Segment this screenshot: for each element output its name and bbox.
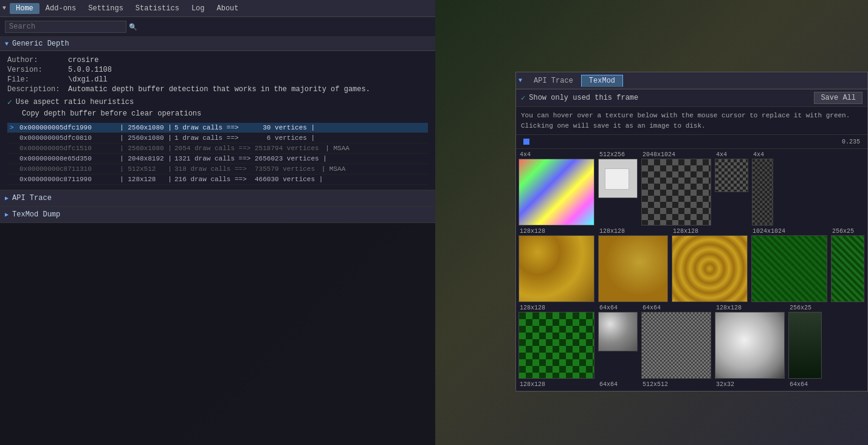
texture-green-noise[interactable] <box>751 235 827 302</box>
show-frame-checkbox-icon: ✓ <box>521 94 525 103</box>
api-trace-arrow-icon: ▶ <box>5 195 9 202</box>
texture-grid: 4x4 512x256 2048x1024 4x4 4x4 <box>516 149 867 391</box>
texture-white[interactable] <box>598 159 638 198</box>
texture-moon[interactable] <box>715 312 785 379</box>
draw-addr-3: 0x000000008e65d350 <box>19 155 120 162</box>
draw-info-2: 2054 draw calls ==> 2518794 vertices | M… <box>174 145 425 152</box>
texture-small-check[interactable] <box>715 159 748 192</box>
menu-item-settings[interactable]: Settings <box>82 3 129 14</box>
tex-label-r3c4: 128x128 <box>716 305 790 311</box>
tab-texmod[interactable]: TexMod <box>581 75 623 87</box>
tex-label-r2c2: 128x128 <box>599 228 673 235</box>
draw-info-1: 1 draw calls ==> 6 vertices | <box>174 134 425 142</box>
draw-info-3: 1321 draw calls ==> 2656023 vertices | <box>174 155 425 162</box>
menu-item-statistics[interactable]: Statistics <box>129 3 185 14</box>
draw-addr-2: 0x000000005dfc1510 <box>19 145 120 152</box>
menu-item-addons[interactable]: Add-ons <box>40 3 82 14</box>
draw-res-3: | 2048x8192 | <box>120 155 174 162</box>
tex-label-r2c4: 1024x1024 <box>753 228 832 235</box>
right-panel-tabs: ▼ API Trace TexMod <box>516 72 867 89</box>
tex-moon-thumb <box>715 312 785 379</box>
texture-yellow2[interactable] <box>598 235 668 302</box>
draw-row-1[interactable]: 0x000000005dfc0810 | 2560x1080 | 1 draw … <box>7 133 428 143</box>
show-frame-label: Show only used this frame <box>529 94 814 102</box>
tex-colorful-thumb <box>518 159 594 226</box>
draw-res-5: | 128x128 | <box>120 176 174 183</box>
tex-label-r1c4: 4x4 <box>716 151 753 158</box>
tex-label-r4c4: 32x32 <box>716 381 790 388</box>
tex-partial-right-thumb <box>752 159 773 226</box>
texmod-dump-arrow-icon: ▶ <box>5 211 9 218</box>
texture-partial-right[interactable] <box>752 159 773 226</box>
texture-dark-checker[interactable] <box>641 159 711 226</box>
msaa-badge-4: | MSAA <box>322 165 346 173</box>
description-value: Automatic depth buffer detection that wo… <box>68 85 370 94</box>
info-line2: Clicking one will save it as an image to… <box>521 122 706 129</box>
texture-row-3 <box>518 312 865 379</box>
texture-green-check[interactable] <box>518 312 594 379</box>
texture-colorful[interactable] <box>518 159 594 226</box>
tex-label-r3c5: 256x25 <box>790 305 811 311</box>
checkbox1-icon: ✓ <box>7 97 12 107</box>
texture-row-2 <box>518 235 865 302</box>
draw-calls-table: > 0x000000005dfc1990 | 2560x1080 | 5 dra… <box>7 123 428 185</box>
tex-white-thumb <box>598 159 638 198</box>
tex-yellow2-thumb <box>598 235 668 302</box>
texture-green-noise2[interactable] <box>831 235 864 302</box>
section-title: Generic Depth <box>12 40 69 48</box>
api-trace-title: API Trace <box>12 194 52 202</box>
tex-fine-check-thumb <box>641 312 711 379</box>
draw-info-0: 5 draw calls ==> 30 vertices | <box>174 124 425 131</box>
draw-row-5[interactable]: 0x00000000c8711990 | 128x128 | 216 draw … <box>7 174 428 185</box>
texture-fine-check[interactable] <box>641 312 711 379</box>
author-value: crosire <box>68 56 98 64</box>
tex-label-r2c5: 256x25 <box>832 228 854 235</box>
texture-blur-check[interactable] <box>598 312 638 351</box>
description-label: Description: <box>7 85 68 94</box>
menu-item-log[interactable]: Log <box>185 3 211 14</box>
api-trace-section[interactable]: ▶ API Trace <box>0 190 435 207</box>
selected-arrow-icon: > <box>10 124 19 131</box>
tex-dark-checker-thumb <box>641 159 711 226</box>
texture-row-1 <box>518 159 865 226</box>
draw-addr-0: 0x000000005dfc1990 <box>19 124 120 131</box>
draw-addr-1: 0x000000005dfc0810 <box>19 134 120 142</box>
draw-row-4[interactable]: 0x00000000c8711310 | 512x512 | 318 draw … <box>7 164 428 174</box>
save-all-button[interactable]: Save All <box>814 92 863 104</box>
tex-label-r3c3: 64x64 <box>642 305 716 311</box>
draw-res-4: | 512x512 | <box>120 165 174 173</box>
checkbox1-label: Use aspect ratio heuristics <box>16 98 134 106</box>
texture-dark-side[interactable] <box>788 312 822 379</box>
checkbox2-label: Copy depth buffer before clear operation… <box>22 109 428 118</box>
file-row: File: \dxgi.dll <box>7 75 428 84</box>
version-label: Version: <box>7 66 68 74</box>
draw-row-0[interactable]: > 0x000000005dfc1990 | 2560x1080 | 5 dra… <box>7 123 428 133</box>
menu-dropdown-icon: ▼ <box>2 5 6 12</box>
tex-green-noise2-thumb <box>831 235 864 302</box>
texture-yellow1[interactable] <box>518 235 594 302</box>
search-input[interactable] <box>5 21 126 33</box>
draw-row-3[interactable]: 0x000000008e65d350 | 2048x8192 | 1321 dr… <box>7 154 428 164</box>
tex-label-r4c5: 64x64 <box>790 381 808 388</box>
draw-info-5: 216 draw calls ==> 466030 vertices | <box>174 176 425 183</box>
description-row: Description: Automatic depth buffer dete… <box>7 85 428 94</box>
tex-label-r3c2: 64x64 <box>599 305 642 311</box>
texmod-dump-title: TexMod Dump <box>12 210 60 219</box>
tex-label-r4c3: 512x512 <box>642 381 716 388</box>
tex-label-r2c3: 128x128 <box>673 228 753 235</box>
msaa-badge-2: | MSAA <box>325 145 350 152</box>
tab-api-trace[interactable]: API Trace <box>526 75 581 87</box>
generic-depth-section-header[interactable]: ▼ Generic Depth <box>0 37 435 51</box>
tex-yellow3-thumb <box>672 235 748 302</box>
right-panel-toolbar: ✓ Show only used this frame Save All <box>516 89 867 107</box>
menu-item-about[interactable]: About <box>210 3 244 14</box>
texmod-dump-section[interactable]: ▶ TexMod Dump <box>0 207 435 223</box>
file-value: \dxgi.dll <box>68 75 108 84</box>
menu-item-home[interactable]: Home <box>10 3 40 14</box>
texture-yellow3[interactable] <box>672 235 748 302</box>
color-indicator <box>523 139 529 145</box>
alpha-value: 0.235 <box>534 139 865 145</box>
draw-row-2[interactable]: 0x000000005dfc1510 | 2560x1080 | 2054 dr… <box>7 143 428 154</box>
search-bar: 🔍 <box>0 17 435 37</box>
checkbox1-row[interactable]: ✓ Use aspect ratio heuristics <box>7 97 428 107</box>
